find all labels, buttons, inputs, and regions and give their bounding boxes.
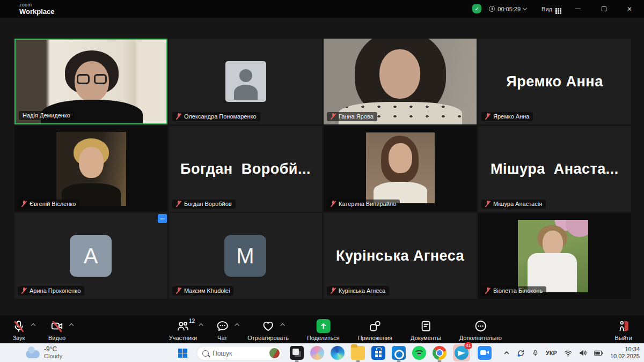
participant-display-name: Мішура Анаста... [478, 126, 631, 212]
search-box[interactable]: Пошук [196, 346, 282, 360]
start-button[interactable] [178, 349, 187, 358]
microphone-icon[interactable] [532, 349, 539, 357]
apps-button[interactable]: Приложения [358, 319, 392, 341]
ms-store-icon[interactable] [371, 346, 385, 360]
language-indicator[interactable]: УКР [546, 350, 557, 356]
apps-icon [368, 319, 382, 333]
video-tile-nadiia-demydenko[interactable]: Надія Демиденко [14, 39, 167, 124]
share-screen-icon [316, 319, 330, 333]
more-button[interactable]: Дополнительно [459, 319, 502, 341]
tray-time: 10:34 [610, 346, 640, 353]
participant-name-chip: Ганна Ярова [327, 112, 377, 121]
participant-display-name: Курінська Агнеса [324, 213, 477, 299]
video-tile-kateryna-vypyrailo[interactable]: Катерина Випирайло [324, 126, 477, 212]
video-tile-maksym-khudolei[interactable]: M Максим Khudolei [169, 213, 322, 299]
share-screen-button[interactable]: Поделиться [307, 319, 340, 341]
restore-button[interactable] [595, 0, 613, 18]
video-tile-mishura-anastasiia[interactable]: Мішура Анаста... Мішура Анастасія [478, 126, 631, 212]
battery-icon[interactable] [594, 350, 603, 356]
volume-icon[interactable] [579, 349, 587, 357]
reaction-more-badge[interactable]: ... [158, 214, 167, 223]
chat-button[interactable]: Чат [215, 319, 229, 341]
outlook-icon[interactable] [392, 346, 406, 360]
weather-widget[interactable]: -9°C Cloudy [26, 345, 62, 359]
muted-mic-icon [485, 201, 491, 207]
zoom-icon[interactable] [478, 346, 492, 360]
clock-widget[interactable]: 10:34 10.02.2025 [610, 346, 640, 360]
video-tile-bohdan-vorobiov[interactable]: Богдан Воробй... Богдан Воробйов [169, 126, 322, 212]
muted-mic-icon [21, 201, 27, 207]
participant-name: Віолетта Білоконь [493, 287, 543, 294]
participants-caret[interactable] [199, 323, 203, 328]
tray-date: 10.02.2025 [610, 353, 640, 360]
wifi-icon[interactable] [564, 350, 572, 357]
timer-value: 00:05:29 [497, 6, 521, 12]
system-tray: УКР 10:34 10.02.2025 [503, 344, 640, 362]
leave-button[interactable]: Выйти [614, 319, 632, 341]
participants-icon: 12 [176, 319, 190, 333]
participants-label: Участники [169, 335, 197, 341]
video-button[interactable]: Видео [48, 319, 65, 341]
leave-label: Выйти [614, 335, 632, 341]
meeting-timer[interactable]: 00:05:29 [489, 6, 526, 12]
title-bar: zoom Workplace ✓ 00:05:29 Вид ✕ [0, 0, 644, 18]
initial-avatar: M [224, 235, 266, 277]
participant-display-name: Богдан Воробй... [169, 126, 322, 212]
react-button[interactable]: Отреагировать [247, 319, 289, 341]
participant-name-chip: Максим Khudolei [172, 286, 233, 295]
security-shield-check-icon[interactable]: ✓ [472, 4, 481, 13]
video-tile-oleksandra-ponomarenko[interactable]: Олександра Пономаренко [169, 39, 322, 124]
video-tile-aryna-prokopenko[interactable]: A Арина Прокопенко [14, 213, 167, 299]
chevron-up-icon[interactable] [503, 350, 510, 356]
view-button[interactable]: Вид [541, 6, 561, 12]
cloud-icon [26, 350, 40, 358]
video-tile-yevhenii-vislenko[interactable]: Євгеній Вісленко [14, 126, 167, 212]
participant-name-chip: Віолетта Білоконь [481, 286, 546, 295]
documents-button[interactable]: Документы [411, 319, 441, 341]
zoom-app-highlight[interactable] [477, 345, 493, 361]
telegram-app-highlight[interactable]: 41 [453, 344, 470, 361]
spotify-icon[interactable] [412, 346, 426, 360]
participant-name-chip: Мішура Анастасія [481, 200, 546, 209]
chevron-down-icon [523, 6, 527, 10]
video-tile-yaremko-anna[interactable]: Яремко Анна Яремко Анна [478, 39, 631, 124]
more-label: Дополнительно [459, 335, 502, 341]
chat-caret[interactable] [235, 323, 239, 328]
participant-name: Надія Демиденко [23, 112, 70, 119]
muted-mic-icon [21, 287, 27, 294]
muted-mic-icon [331, 113, 336, 120]
edge-icon[interactable] [331, 346, 345, 360]
file-explorer-icon[interactable] [351, 346, 365, 360]
audio-options-caret[interactable] [31, 323, 35, 328]
video-options-caret[interactable] [69, 323, 74, 328]
participant-video [324, 39, 477, 124]
close-button[interactable]: ✕ [620, 0, 639, 18]
copilot-icon[interactable] [310, 346, 324, 360]
desktop-icon[interactable] [290, 346, 304, 360]
telegram-notification-badge: 41 [464, 342, 472, 349]
participant-video [56, 132, 126, 206]
react-label: Отреагировать [247, 335, 289, 341]
minimize-button[interactable] [569, 0, 587, 18]
documents-label: Документы [411, 335, 441, 341]
participants-count: 12 [189, 318, 195, 324]
video-tile-violetta-bilokon[interactable]: Віолетта Білоконь [478, 213, 631, 299]
chrome-icon[interactable] [433, 346, 447, 360]
muted-mic-icon [176, 287, 181, 294]
muted-mic-icon [331, 287, 336, 294]
restore-icon [602, 6, 606, 11]
participant-name: Мішура Анастасія [493, 201, 542, 207]
audio-button[interactable]: Звук [12, 319, 26, 341]
participant-video [366, 132, 435, 203]
react-caret[interactable] [280, 323, 284, 328]
video-tile-hanna-yarova[interactable]: Ганна Ярова [324, 39, 477, 124]
initial-avatar: A [70, 235, 112, 277]
chat-bubble-icon [215, 319, 229, 333]
weather-temp: -9°C [44, 345, 62, 353]
taskbar-apps: 41 [290, 346, 493, 360]
participants-button[interactable]: 12 Участники [169, 319, 197, 341]
muted-mic-icon [176, 113, 181, 120]
sync-icon[interactable] [517, 349, 525, 357]
view-label: Вид [541, 6, 552, 12]
video-tile-kurinska-ahnesa[interactable]: Курінська Агнеса Курінська Агнеса [324, 213, 477, 299]
